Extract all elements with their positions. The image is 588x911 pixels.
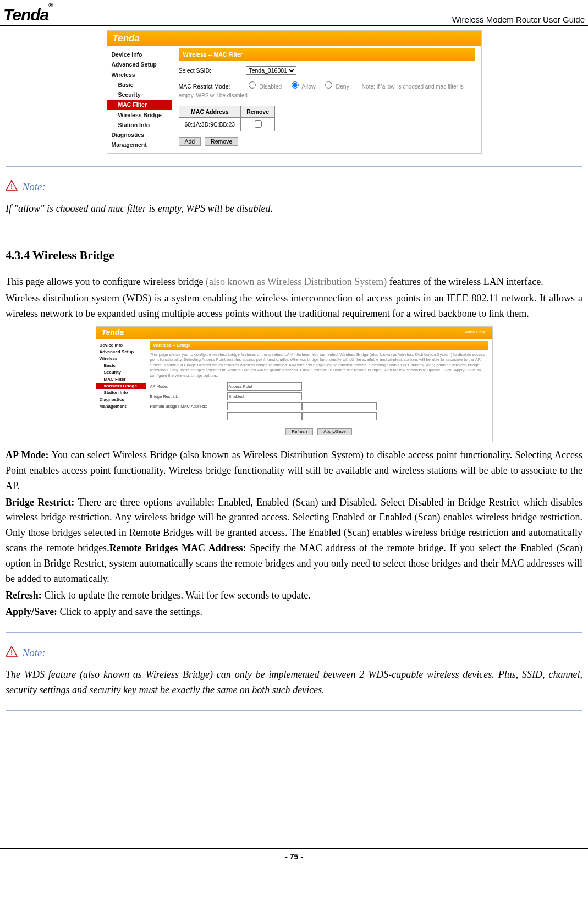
sidebar-subitem[interactable]: MAC Filter bbox=[96, 376, 146, 383]
shot2-brand: Tenda bbox=[102, 327, 124, 339]
sidebar-item[interactable]: Device Info bbox=[107, 50, 172, 59]
sidebar-item[interactable]: Management bbox=[107, 140, 172, 150]
divider bbox=[6, 632, 582, 633]
warning-icon: ! bbox=[6, 646, 18, 662]
screenshot-mac-filter: Tenda Device Info Advanced Setup Wireles… bbox=[107, 30, 482, 154]
col-remove: Remove bbox=[241, 106, 275, 117]
panel-description: This page allows you to configure wirele… bbox=[150, 352, 488, 378]
ssid-label: Select SSID: bbox=[179, 66, 245, 75]
sidebar-subitem[interactable]: Station Info bbox=[107, 120, 172, 130]
divider bbox=[6, 229, 582, 229]
doc-title: Wireless Modem Router User Guide bbox=[452, 15, 585, 24]
screenshot-bridge: Tenda Home Page Device Info Advanced Set… bbox=[96, 326, 493, 442]
apmode-select[interactable]: Access Point bbox=[227, 382, 302, 391]
panel-title: Wireless -- Bridge bbox=[150, 341, 488, 350]
sidebar-subitem[interactable]: Wireless Bridge bbox=[107, 110, 172, 120]
sidebar-item[interactable]: Wireless bbox=[96, 355, 146, 362]
sidebar-item[interactable]: Diagnostics bbox=[107, 130, 172, 140]
brand-logo: Tenda® bbox=[3, 6, 52, 24]
restrict-select[interactable]: Enabled bbox=[227, 392, 302, 400]
panel-title: Wireless -- MAC Filter bbox=[179, 48, 475, 61]
radio-disabled[interactable]: Disabled bbox=[246, 83, 282, 90]
shot1-main: Wireless -- MAC Filter Select SSID: Tend… bbox=[172, 46, 481, 153]
def-label: Bridge Restrict: bbox=[6, 497, 78, 508]
note-block: ! Note: If "allow" is choosed and mac fi… bbox=[6, 179, 582, 217]
def-label: Refresh: bbox=[6, 590, 44, 601]
shot2-topbar: Tenda Home Page bbox=[96, 327, 492, 339]
sidebar-item[interactable]: Diagnostics bbox=[96, 397, 146, 403]
paragraph: This page allows you to configure wirele… bbox=[6, 275, 582, 290]
note-label: Note: bbox=[23, 647, 46, 658]
home-link[interactable]: Home Page bbox=[463, 329, 486, 336]
paragraph: AP Mode: You can select Wireless Bridge … bbox=[6, 448, 582, 494]
def-label: Apply/Save: bbox=[6, 606, 60, 617]
radio-deny[interactable]: Deny bbox=[322, 83, 349, 90]
svg-text:!: ! bbox=[10, 649, 12, 656]
radio-allow[interactable]: Allow bbox=[289, 83, 315, 90]
warning-icon: ! bbox=[6, 180, 18, 196]
divider bbox=[6, 166, 582, 167]
def-label: Remote Bridges MAC Address: bbox=[109, 542, 250, 553]
shot2-main: Wireless -- Bridge This page allows you … bbox=[146, 339, 492, 442]
sidebar-item[interactable]: Management bbox=[96, 403, 146, 410]
sidebar-subitem[interactable]: Security bbox=[96, 369, 146, 376]
apply-save-button[interactable]: Apply/Save bbox=[317, 428, 351, 435]
remote-mac-input[interactable] bbox=[227, 412, 302, 420]
shot2-sidebar: Device Info Advanced Setup Wireless Basi… bbox=[96, 339, 146, 442]
shot1-topbar: Tenda bbox=[107, 31, 481, 46]
apmode-label: AP Mode: bbox=[150, 383, 227, 390]
sidebar-active[interactable]: MAC Filter bbox=[107, 100, 172, 109]
table-row: 60:1A:3D:9C:BB:23 bbox=[179, 117, 275, 131]
sidebar-subitem[interactable]: Station Info bbox=[96, 389, 146, 396]
svg-text:!: ! bbox=[10, 183, 12, 190]
refresh-button[interactable]: Refresh bbox=[285, 428, 313, 435]
restrict-label: MAC Restrict Mode: bbox=[179, 82, 245, 91]
mac-cell: 60:1A:3D:9C:BB:23 bbox=[179, 117, 241, 131]
remote-label: Remote Bridges MAC Address: bbox=[150, 403, 227, 410]
add-button[interactable]: Add bbox=[179, 137, 201, 146]
col-mac: MAC Address bbox=[179, 106, 241, 117]
divider bbox=[6, 710, 582, 711]
mac-table: MAC AddressRemove 60:1A:3D:9C:BB:23 bbox=[179, 106, 276, 132]
note-body: The WDS feature (also known as Wireless … bbox=[6, 667, 582, 698]
remote-mac-input[interactable] bbox=[302, 412, 377, 420]
def-label: AP Mode: bbox=[6, 449, 52, 460]
page-footer: - 75 - bbox=[0, 848, 588, 861]
sidebar-active[interactable]: Wireless Bridge bbox=[96, 383, 146, 389]
sidebar-item[interactable]: Wireless bbox=[107, 70, 172, 80]
remove-button[interactable]: Remove bbox=[205, 137, 238, 146]
ssid-select[interactable]: Tenda_016001 bbox=[246, 66, 296, 75]
section-heading: 4.3.4 Wireless Bridge bbox=[6, 246, 582, 265]
remote-mac-input[interactable] bbox=[227, 402, 302, 410]
page-header: Tenda® Wireless Modem Router User Guide bbox=[0, 6, 588, 26]
paragraph: Bridge Restrict: There are three options… bbox=[6, 495, 582, 587]
sidebar-subitem[interactable]: Basic bbox=[96, 363, 146, 369]
sidebar-subitem[interactable]: Basic bbox=[107, 80, 172, 90]
sidebar-item[interactable]: Advanced Setup bbox=[107, 59, 172, 69]
sidebar-item[interactable]: Device Info bbox=[96, 342, 146, 349]
gray-text: (also known as Wireless Distribution Sys… bbox=[206, 276, 387, 287]
restrict-label: Bridge Restrict: bbox=[150, 393, 227, 400]
remove-checkbox[interactable] bbox=[255, 120, 262, 128]
shot1-brand: Tenda bbox=[113, 31, 140, 46]
shot1-sidebar: Device Info Advanced Setup Wireless Basi… bbox=[107, 46, 172, 153]
paragraph: Wireless distribution system (WDS) is a … bbox=[6, 291, 582, 322]
sidebar-subitem[interactable]: Security bbox=[107, 90, 172, 100]
note-label: Note: bbox=[23, 181, 46, 193]
remote-mac-input[interactable] bbox=[302, 402, 377, 410]
sidebar-item[interactable]: Advanced Setup bbox=[96, 349, 146, 355]
note-body: If "allow" is choosed and mac filter is … bbox=[6, 201, 582, 217]
paragraph: Refresh: Click to update the remote brid… bbox=[6, 588, 582, 603]
paragraph: Apply/Save: Click to apply and save the … bbox=[6, 605, 582, 620]
note-block: ! Note: The WDS feature (also known as W… bbox=[6, 645, 582, 698]
